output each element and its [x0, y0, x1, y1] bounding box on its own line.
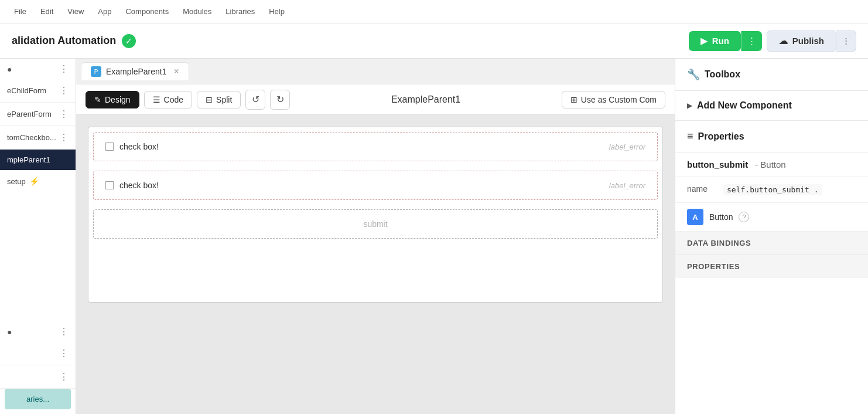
property-type-help-icon[interactable]: ? — [739, 212, 749, 222]
run-play-icon: ▶ — [700, 36, 708, 46]
property-name-key: name — [687, 184, 716, 194]
sidebar-item-dots-echildform[interactable]: ⋮ — [59, 85, 69, 96]
undo-button[interactable]: ↺ — [245, 90, 265, 110]
nav-item-modules[interactable]: Modules — [178, 5, 216, 18]
canvas-label-error-1: label_error — [609, 142, 645, 151]
toolbar: ✎ Design ☰ Code ⊟ Split ↺ ↻ ExampleParen… — [76, 84, 675, 115]
sidebar-libraries-label: aries... — [26, 395, 49, 403]
design-icon: ✎ — [94, 95, 101, 104]
sidebar-item-label-eparentform: eParentForm — [7, 110, 52, 118]
sidebar-item-dots-eparentform[interactable]: ⋮ — [59, 108, 69, 120]
run-more-icon: ⋮ — [747, 36, 756, 46]
add-new-arrow-icon: ▶ — [687, 101, 692, 110]
property-type-name: Button — [709, 212, 733, 222]
publish-button[interactable]: ☁ Publish — [767, 30, 836, 52]
nav-item-app[interactable]: App — [93, 5, 116, 18]
sidebar-item-label-echildform: eChildForm — [7, 86, 46, 95]
nav-item-file[interactable]: File — [9, 5, 31, 18]
add-new-label: Add New Component — [697, 100, 792, 111]
add-new-component-section[interactable]: ▶ Add New Component — [675, 91, 868, 121]
canvas-checkbox-label-1: check box! — [119, 142, 159, 151]
publish-more-icon: ⋮ — [842, 36, 850, 45]
code-icon: ☰ — [153, 95, 160, 104]
component-type-label: - Button — [755, 160, 786, 169]
property-name-value: self.button_submit . — [723, 184, 822, 195]
undo-icon: ↺ — [252, 94, 259, 105]
sidebar-item-dots-extra1[interactable]: ⋮ — [59, 348, 69, 359]
header-bar: alidation Automation ✓ ▶ Run ⋮ ☁ Publish… — [0, 23, 868, 59]
center-panel: P ExampleParent1 × ✎ Design ☰ Code ⊟ Spl… — [76, 59, 675, 414]
header-left: alidation Automation ✓ — [12, 34, 136, 48]
sidebar-item-eparentform[interactable]: eParentForm ⋮ — [0, 103, 76, 126]
nav-item-help[interactable]: Help — [264, 5, 289, 18]
publish-button-group: ☁ Publish ⋮ — [767, 30, 856, 52]
split-icon: ⊟ — [206, 95, 213, 104]
properties-title-label: Properties — [698, 131, 744, 142]
toolbar-component-title: ExampleParent1 — [295, 94, 557, 105]
properties-section-header: ≡ Properties — [675, 121, 868, 152]
nav-item-libraries[interactable]: Libraries — [221, 5, 259, 18]
publish-cloud-icon: ☁ — [779, 36, 788, 46]
nav-item-components[interactable]: Components — [121, 5, 173, 18]
sidebar-item-echildform[interactable]: eChildForm ⋮ — [0, 79, 76, 103]
canvas-checkbox-label-2: check box! — [119, 181, 159, 190]
properties-header: PROPERTIES — [675, 255, 868, 278]
canvas-row-1[interactable]: check box! label_error — [93, 132, 658, 161]
canvas-checkbox-2[interactable] — [105, 181, 114, 189]
code-button[interactable]: ☰ Code — [144, 91, 192, 108]
tab-icon: P — [91, 66, 101, 77]
data-bindings-header: DATA BINDINGS — [675, 232, 868, 255]
nav-item-view[interactable]: View — [63, 5, 88, 18]
sidebar-section-header: ● ⋮ — [0, 59, 76, 79]
toolbox-section: 🔧 Toolbox — [675, 59, 868, 91]
toolbox-title: 🔧 Toolbox — [687, 68, 856, 81]
tab-bar: P ExampleParent1 × — [76, 59, 675, 84]
design-label: Design — [105, 95, 131, 104]
right-panel: 🔧 Toolbox ▶ Add New Component ≡ Properti… — [675, 59, 868, 414]
header-right: ▶ Run ⋮ ☁ Publish ⋮ — [689, 30, 856, 52]
redo-button[interactable]: ↻ — [270, 90, 290, 110]
publish-button-label: Publish — [792, 36, 824, 46]
publish-more-button[interactable]: ⋮ — [836, 30, 856, 52]
sidebar-item-tomcheckbo[interactable]: tomCheckbo... ⋮ — [0, 126, 76, 150]
sidebar-item-label-tomcheckbo: tomCheckbo... — [7, 133, 56, 142]
tab-icon-letter: P — [94, 69, 98, 75]
sidebar-section-2: ● ⋮ — [0, 321, 76, 342]
sidebar-item-dots-tomcheckbo[interactable]: ⋮ — [59, 132, 69, 143]
canvas-row-2[interactable]: check box! label_error — [93, 171, 658, 200]
sidebar-dots-btn[interactable]: ⋮ — [59, 63, 69, 74]
use-as-custom-button[interactable]: ⊞ Use as Custom Com — [562, 91, 665, 108]
sidebar-item-extra1[interactable]: ⋮ — [0, 342, 76, 365]
tab-label: ExampleParent1 — [106, 67, 167, 76]
sidebar-section2-icon: ● — [7, 327, 12, 337]
sidebar-item-dots-extra2[interactable]: ⋮ — [59, 371, 69, 382]
sidebar-setup[interactable]: setup ⚡ — [0, 171, 76, 192]
canvas-submit-row[interactable]: submit — [93, 209, 658, 239]
left-sidebar: ● ⋮ eChildForm ⋮ eParentForm ⋮ tomCheckb… — [0, 59, 76, 414]
run-button-group: ▶ Run ⋮ — [689, 31, 762, 51]
main-layout: ● ⋮ eChildForm ⋮ eParentForm ⋮ tomCheckb… — [0, 59, 868, 414]
redo-icon: ↻ — [276, 94, 284, 105]
sidebar-item-mpleparent1[interactable]: mpleParent1 — [0, 150, 76, 171]
top-nav: File Edit View App Components Modules Li… — [0, 0, 868, 23]
canvas-checkbox-1[interactable] — [105, 142, 114, 151]
nav-item-edit[interactable]: Edit — [36, 5, 58, 18]
sidebar-item-label-mpleparent1: mpleParent1 — [7, 155, 50, 164]
split-button[interactable]: ⊟ Split — [197, 91, 241, 108]
sidebar-setup-label: setup — [7, 177, 26, 186]
run-more-button[interactable]: ⋮ — [741, 31, 762, 51]
canvas-submit-label: submit — [363, 219, 387, 229]
component-name: button_submit — [687, 160, 748, 169]
property-type-badge: A — [687, 209, 703, 225]
sidebar-section2-dots[interactable]: ⋮ — [59, 326, 69, 337]
design-button[interactable]: ✎ Design — [86, 91, 139, 108]
run-button[interactable]: ▶ Run — [689, 31, 741, 51]
code-label: Code — [164, 95, 183, 104]
use-as-custom-label: Use as Custom Com — [581, 95, 657, 104]
sidebar-item-extra2[interactable]: ⋮ — [0, 365, 76, 389]
tab-close-btn[interactable]: × — [174, 66, 179, 77]
run-button-label: Run — [712, 36, 729, 46]
sidebar-libraries-btn[interactable]: aries... — [5, 389, 71, 409]
tab-exampleparent1[interactable]: P ExampleParent1 × — [81, 62, 189, 80]
header-title: alidation Automation — [12, 35, 116, 47]
